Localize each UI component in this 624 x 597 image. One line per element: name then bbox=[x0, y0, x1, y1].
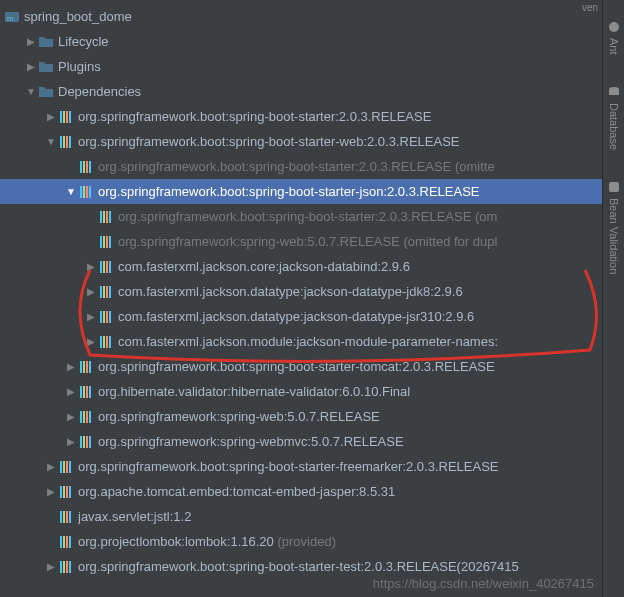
library-icon bbox=[98, 209, 114, 225]
bean-icon bbox=[607, 180, 621, 194]
chevron-right-icon[interactable]: ▶ bbox=[84, 285, 98, 299]
chevron-right-icon[interactable]: ▶ bbox=[64, 435, 78, 449]
chevron-right-icon[interactable]: ▶ bbox=[44, 110, 58, 124]
chevron-right-icon[interactable]: ▶ bbox=[44, 460, 58, 474]
project-root[interactable]: m spring_boot_dome bbox=[0, 4, 624, 29]
svg-rect-5 bbox=[69, 111, 71, 123]
dependency-label: org.springframework.boot:spring-boot-sta… bbox=[78, 559, 519, 574]
dependency-item[interactable]: ▶ com.fasterxml.jackson.module:jackson-m… bbox=[0, 329, 624, 354]
dependency-item[interactable]: ▶ org.springframework:spring-web:5.0.7.R… bbox=[0, 229, 624, 254]
chevron-down-icon[interactable]: ▼ bbox=[64, 185, 78, 199]
chevron-right-icon[interactable]: ▶ bbox=[44, 485, 58, 499]
svg-rect-69 bbox=[69, 511, 71, 523]
svg-rect-71 bbox=[63, 536, 65, 548]
svg-rect-60 bbox=[66, 461, 68, 473]
svg-rect-39 bbox=[103, 336, 105, 348]
folder-icon bbox=[38, 34, 54, 50]
library-icon bbox=[98, 309, 114, 325]
chevron-right-icon[interactable]: ▶ bbox=[64, 360, 78, 374]
tool-bean-validation[interactable]: Bean Validation bbox=[607, 180, 621, 274]
svg-rect-29 bbox=[109, 261, 111, 273]
svg-rect-64 bbox=[66, 486, 68, 498]
project-label: spring_boot_dome bbox=[24, 9, 132, 24]
library-icon bbox=[58, 484, 74, 500]
dependency-label: com.fasterxml.jackson.datatype:jackson-d… bbox=[118, 309, 474, 324]
dependency-item[interactable]: ▶ org.hibernate.validator:hibernate-vali… bbox=[0, 379, 624, 404]
svg-rect-23 bbox=[103, 236, 105, 248]
dependency-item[interactable]: ▶ org.projectlombok:lombok:1.16.20 (prov… bbox=[0, 529, 624, 554]
svg-rect-31 bbox=[103, 286, 105, 298]
chevron-right-icon[interactable]: ▶ bbox=[64, 385, 78, 399]
svg-rect-41 bbox=[109, 336, 111, 348]
svg-rect-45 bbox=[89, 361, 91, 373]
svg-rect-44 bbox=[86, 361, 88, 373]
dependency-item[interactable]: ▶ org.springframework.boot:spring-boot-s… bbox=[0, 104, 624, 129]
svg-rect-26 bbox=[100, 261, 102, 273]
svg-rect-2 bbox=[60, 111, 62, 123]
svg-rect-67 bbox=[63, 511, 65, 523]
dependency-label: org.springframework.boot:spring-boot-sta… bbox=[98, 359, 495, 374]
tree-label: Dependencies bbox=[58, 84, 141, 99]
chevron-right-icon[interactable]: ▶ bbox=[84, 260, 98, 274]
svg-rect-8 bbox=[66, 136, 68, 148]
chevron-right-icon[interactable]: ▶ bbox=[24, 35, 38, 49]
tree-item[interactable]: ▶ Lifecycle bbox=[0, 29, 624, 54]
svg-point-78 bbox=[609, 22, 619, 32]
svg-rect-57 bbox=[89, 436, 91, 448]
svg-text:m: m bbox=[7, 14, 14, 23]
svg-rect-66 bbox=[60, 511, 62, 523]
dependency-item[interactable]: ▶ com.fasterxml.jackson.datatype:jackson… bbox=[0, 279, 624, 304]
dependency-label: com.fasterxml.jackson.datatype:jackson-d… bbox=[118, 284, 463, 299]
database-icon bbox=[607, 85, 621, 99]
svg-rect-37 bbox=[109, 311, 111, 323]
dependency-item[interactable]: ▶ org.springframework.boot:spring-boot-s… bbox=[0, 454, 624, 479]
library-icon bbox=[78, 434, 94, 450]
ant-icon bbox=[607, 20, 621, 34]
dependency-item[interactable]: ▶ javax.servlet:jstl:1.2 bbox=[0, 504, 624, 529]
svg-rect-72 bbox=[66, 536, 68, 548]
watermark: https://blog.csdn.net/weixin_40267415 bbox=[373, 576, 594, 591]
library-icon bbox=[58, 509, 74, 525]
chevron-down-icon[interactable]: ▼ bbox=[24, 85, 38, 99]
chevron-down-icon[interactable]: ▼ bbox=[44, 135, 58, 149]
chevron-right-icon[interactable]: ▶ bbox=[24, 60, 38, 74]
dependency-item[interactable]: ▶ com.fasterxml.jackson.core:jackson-dat… bbox=[0, 254, 624, 279]
library-icon bbox=[58, 534, 74, 550]
dependency-item[interactable]: ▶ org.springframework.boot:spring-boot-s… bbox=[0, 354, 624, 379]
svg-rect-54 bbox=[80, 436, 82, 448]
svg-rect-9 bbox=[69, 136, 71, 148]
chevron-right-icon[interactable]: ▶ bbox=[64, 410, 78, 424]
dependency-item[interactable]: ▶ org.springframework:spring-webmvc:5.0.… bbox=[0, 429, 624, 454]
dependency-item[interactable]: ▶ org.springframework.boot:spring-boot-s… bbox=[0, 154, 624, 179]
dependency-item[interactable]: ▼ org.springframework.boot:spring-boot-s… bbox=[0, 129, 624, 154]
dependency-item[interactable]: ▶ org.springframework.boot:spring-boot-s… bbox=[0, 204, 624, 229]
dependency-item[interactable]: ▶ com.fasterxml.jackson.datatype:jackson… bbox=[0, 304, 624, 329]
chevron-right-icon[interactable]: ▶ bbox=[84, 335, 98, 349]
svg-rect-56 bbox=[86, 436, 88, 448]
svg-rect-80 bbox=[609, 89, 619, 95]
chevron-right-icon[interactable]: ▶ bbox=[44, 560, 58, 574]
svg-rect-55 bbox=[83, 436, 85, 448]
svg-rect-61 bbox=[69, 461, 71, 473]
chevron-right-icon[interactable]: ▶ bbox=[84, 310, 98, 324]
tree-item[interactable]: ▼ Dependencies bbox=[0, 79, 624, 104]
svg-rect-40 bbox=[106, 336, 108, 348]
svg-rect-43 bbox=[83, 361, 85, 373]
tool-database[interactable]: Database bbox=[607, 85, 621, 150]
dependency-item[interactable]: ▶ org.springframework:spring-web:5.0.7.R… bbox=[0, 404, 624, 429]
svg-rect-15 bbox=[83, 186, 85, 198]
library-icon bbox=[78, 384, 94, 400]
svg-rect-13 bbox=[89, 161, 91, 173]
svg-rect-14 bbox=[80, 186, 82, 198]
dependency-item-selected[interactable]: ▼ org.springframework.boot:spring-boot-s… bbox=[0, 179, 624, 204]
tree-item[interactable]: ▶ Plugins bbox=[0, 54, 624, 79]
top-tab[interactable]: ven bbox=[578, 0, 602, 15]
svg-rect-38 bbox=[100, 336, 102, 348]
svg-rect-70 bbox=[60, 536, 62, 548]
dependency-item[interactable]: ▶ org.apache.tomcat.embed:tomcat-embed-j… bbox=[0, 479, 624, 504]
svg-rect-35 bbox=[103, 311, 105, 323]
svg-rect-27 bbox=[103, 261, 105, 273]
svg-rect-75 bbox=[63, 561, 65, 573]
tool-ant[interactable]: Ant bbox=[607, 20, 621, 55]
svg-rect-36 bbox=[106, 311, 108, 323]
